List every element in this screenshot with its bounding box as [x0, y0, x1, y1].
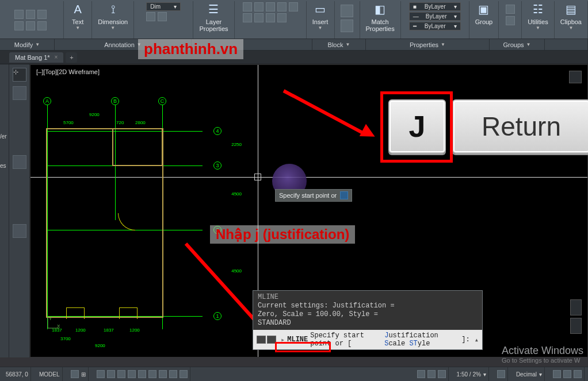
chevron-up-icon[interactable]: ▴ — [475, 336, 479, 344]
match-icon: ◧ — [372, 1, 388, 17]
text-label: Text — [72, 18, 83, 25]
group-label: Group — [475, 18, 493, 25]
status-scale[interactable]: 1:50 / 2%▾ — [455, 367, 489, 381]
modify-tools[interactable] — [14, 10, 49, 30]
panel-rest — [545, 39, 588, 50]
properties-group: ■ByLayer▾ —ByLayer▾ ━ByLayer▾ — [401, 1, 469, 39]
match-properties-label: Match Properties — [366, 18, 395, 32]
command-history: MLINE Current settings: Justification = … — [253, 291, 482, 330]
panel-fragment-2: es — [0, 163, 9, 169]
new-tab-button[interactable]: + — [66, 52, 77, 63]
floor-plan: A B C 4 3 2 1 9200 5700 720 — [43, 101, 210, 330]
chevron-down-icon: ▼ — [536, 25, 540, 30]
status-gear[interactable] — [495, 367, 508, 381]
nav-tool-1[interactable] — [13, 86, 26, 100]
layers-icon: ☰ — [205, 1, 222, 17]
groups-tools[interactable] — [499, 1, 522, 39]
chevron-down-icon: ▼ — [75, 25, 80, 30]
utilities-label: Utilities — [528, 18, 548, 25]
highlight-box-justification — [275, 342, 331, 352]
insert-label: Insert — [312, 18, 329, 25]
grid-bubble-1: 1 — [213, 312, 222, 320]
status-tools[interactable] — [94, 367, 190, 381]
left-partial-panel: /er es — [0, 64, 9, 357]
status-more-tools[interactable] — [415, 367, 449, 381]
dynamic-input-hint-icon[interactable] — [340, 191, 348, 199]
viewport-label[interactable]: [–][Top][2D Wireframe] — [36, 68, 100, 75]
tab-matbang1[interactable]: Mat Bang 1* × — [9, 52, 63, 63]
insert-button[interactable]: ▭ Insert ▼ — [307, 1, 335, 39]
status-coords[interactable]: 56837, 0 — [3, 367, 31, 381]
text-button[interactable]: A Text ▼ — [64, 1, 92, 39]
clipboard-icon: ▤ — [563, 1, 579, 17]
layers-group — [235, 1, 307, 39]
color-bylayer[interactable]: ■ByLayer▾ — [409, 2, 461, 11]
command-toolbar[interactable] — [257, 336, 276, 344]
dimension-label: Dimension — [98, 18, 128, 25]
ribbon-panel-labels: Modify▼ Annotation▼ Block▼ Properties▼ G… — [0, 39, 588, 51]
linetype-bylayer[interactable]: —ByLayer▾ — [409, 12, 461, 21]
drawing-viewport[interactable]: [–][Top][2D Wireframe] Specify start poi… — [30, 64, 588, 357]
panel-modify[interactable]: Modify▼ — [0, 39, 55, 50]
close-icon[interactable]: × — [55, 54, 58, 60]
clipboard-button[interactable]: ▤ Clipboa ▼ — [555, 1, 588, 39]
chevron-down-icon: ▼ — [568, 25, 573, 30]
layer-properties-label: Layer Properties — [199, 18, 228, 32]
status-end[interactable] — [551, 367, 585, 381]
svg-text:Y: Y — [49, 316, 52, 321]
svg-text:X: X — [57, 324, 60, 329]
dimension-button[interactable]: ⟟ Dimension ▼ — [92, 1, 134, 39]
dimension-icon: ⟟ — [105, 1, 121, 17]
activate-windows-watermark: Activate Windows Go to Settings to activ… — [502, 345, 583, 364]
nav-tool-3[interactable] — [13, 224, 26, 238]
nav-tool-2[interactable] — [13, 155, 26, 169]
dynamic-input-text: Specify start point or — [279, 192, 337, 199]
keyboard-key-return: Return — [452, 99, 588, 153]
status-bar: 56837, 0 MODEL ⊞ 1:50 / 2%▾ Decimal▾ — [0, 367, 588, 381]
dynamic-input-prompt[interactable]: Specify start point or — [275, 189, 352, 202]
command-window[interactable]: MLINE Current settings: Justification = … — [253, 290, 483, 350]
document-tabs: Mat Bang 1* × + — [0, 51, 588, 64]
group-icon: ▣ — [476, 1, 492, 17]
left-toolstrip: ⊹ — [9, 64, 30, 357]
status-grid-icon[interactable]: ⊞ — [68, 367, 89, 381]
modify-group — [0, 1, 64, 39]
block-tools[interactable] — [335, 1, 360, 39]
lineweight-bylayer[interactable]: ━ByLayer▾ — [409, 22, 461, 30]
status-model[interactable]: MODEL — [37, 367, 63, 381]
dim-tools: Dim▾ — [134, 1, 193, 39]
viewcube-toggle[interactable] — [569, 71, 582, 83]
chevron-down-icon: ▼ — [110, 25, 115, 30]
nav-bar[interactable] — [570, 299, 582, 334]
grid-bubble-4: 4 — [213, 127, 222, 135]
ucs-icon: YX — [45, 314, 62, 332]
panel-fragment-1: /er — [0, 133, 9, 140]
utilities-button[interactable]: ☷ Utilities ▼ — [522, 1, 554, 39]
panel-block[interactable]: Block▼ — [312, 39, 366, 50]
panel-groups[interactable]: Groups▼ — [490, 39, 545, 50]
workspace: /er es ⊹ [–][Top][2D Wireframe] Specify … — [0, 64, 588, 357]
status-units[interactable]: Decimal▾ — [514, 367, 545, 381]
clipboard-label: Clipboa — [560, 18, 582, 25]
highlight-box-j-key — [380, 91, 453, 163]
grid-bubble-3: 3 — [213, 161, 222, 170]
tab-label: Mat Bang 1* — [15, 54, 50, 61]
dim-dropdown-label: Dim — [150, 3, 161, 10]
grid-bubble-C: C — [158, 97, 166, 105]
utilities-icon: ☷ — [530, 1, 546, 17]
grid-bubble-B: B — [111, 97, 119, 105]
match-properties-button[interactable]: ◧ Match Properties — [360, 1, 401, 39]
panel-properties[interactable]: Properties▼ — [366, 39, 490, 50]
cmd-title: MLINE — [258, 293, 478, 302]
nav-handle[interactable]: ⊹ — [13, 68, 26, 82]
text-icon: A — [70, 1, 86, 17]
dim-dropdown[interactable]: Dim▾ — [146, 2, 181, 11]
instruction-text: Nhập j (justification) — [210, 225, 355, 244]
arrow-to-j-head — [360, 124, 378, 143]
grid-bubble-A: A — [43, 97, 51, 105]
arrow-to-j-line — [283, 89, 367, 136]
layer-properties-button[interactable]: ☰ Layer Properties — [193, 1, 234, 39]
group-button[interactable]: ▣ Group — [469, 1, 499, 39]
ribbon: A Text ▼ ⟟ Dimension ▼ Dim▾ ☰ Layer Prop… — [0, 0, 588, 39]
chevron-down-icon: ▼ — [318, 25, 323, 30]
